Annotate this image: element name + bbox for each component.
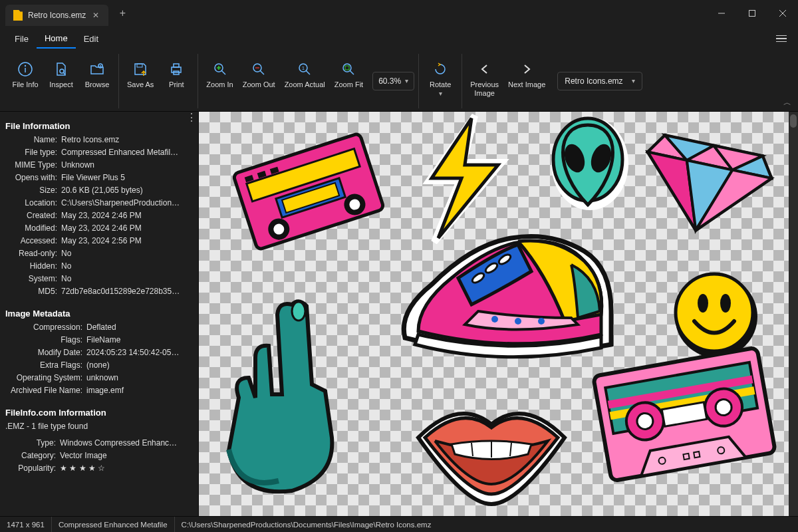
menu-file[interactable]: File — [7, 30, 37, 48]
info-key: Created: — [5, 209, 57, 222]
info-value: File Viewer Plus 5 — [61, 172, 181, 184]
status-file-type: Compressed Enhanced Metafile — [52, 517, 175, 532]
next-image-label: Next Image — [508, 80, 545, 89]
info-row: MIME Type:Unknown — [5, 159, 181, 172]
info-value: unknown — [86, 372, 181, 384]
sidebar: File InformationName:Retro Icons.emzFile… — [0, 112, 198, 516]
file-info-label: File Info — [12, 80, 38, 89]
section-title: FileInfo.com Information — [5, 408, 181, 418]
svg-rect-15 — [174, 64, 179, 67]
previous-image-button[interactable]: Previous Image — [466, 58, 503, 100]
scrollbar-thumb[interactable] — [790, 114, 797, 128]
vertical-scrollbar[interactable] — [789, 112, 798, 516]
info-value: ★ ★ ★ ★ ☆ — [60, 462, 181, 475]
info-panel[interactable]: File InformationName:Retro Icons.emzFile… — [0, 112, 185, 516]
info-icon — [17, 61, 34, 78]
close-tab-icon[interactable]: ✕ — [91, 11, 100, 20]
info-key: Read-only: — [5, 247, 57, 260]
info-key: Operating System: — [5, 372, 82, 384]
info-key: MD5: — [5, 285, 57, 298]
svg-point-67 — [720, 294, 731, 313]
zoom-in-icon — [211, 61, 229, 78]
info-row: Location:C:\Users\SharpenedProductions\D… — [5, 197, 181, 209]
print-button[interactable]: Print — [159, 58, 194, 92]
chevron-down-icon: ▾ — [632, 77, 635, 84]
info-value: No — [61, 260, 181, 273]
save-as-button[interactable]: Save As — [123, 58, 158, 92]
info-key: Category: — [5, 450, 56, 462]
svg-point-5 — [25, 65, 26, 66]
file-selector-value: Retro Icons.emz — [565, 76, 622, 86]
zoom-fit-label: Zoom Fit — [334, 80, 363, 89]
zoom-in-button[interactable]: Zoom In — [202, 58, 237, 92]
info-value: FileName — [86, 334, 181, 346]
panel-more-icon[interactable]: ⋮ — [185, 112, 198, 516]
svg-point-61 — [491, 316, 498, 323]
ribbon-group-zoom: Zoom In Zoom Out 1 Zoom Actual Zoom Fit … — [198, 54, 419, 108]
collapse-ribbon-icon[interactable]: ︿ — [783, 97, 791, 108]
artwork-lips — [398, 391, 585, 511]
info-key: Location: — [5, 197, 57, 209]
zoom-out-icon — [250, 61, 267, 78]
menu-more-icon[interactable] — [771, 29, 791, 49]
menu-edit[interactable]: Edit — [76, 30, 106, 48]
info-row: File type:Compressed Enhanced Metafile (… — [5, 146, 181, 159]
info-value: 2024:05:23 14:50:42-05:00 — [86, 346, 181, 359]
file-info-button[interactable]: File Info — [8, 58, 43, 92]
zoom-actual-label: Zoom Actual — [285, 80, 325, 89]
info-row: Popularity:★ ★ ★ ★ ☆ — [5, 462, 181, 475]
zoom-actual-button[interactable]: 1 Zoom Actual — [281, 58, 329, 92]
info-value: Deflated — [86, 321, 181, 334]
close-window-button[interactable] — [767, 0, 798, 27]
browse-icon — [88, 61, 106, 78]
menu-home[interactable]: Home — [37, 29, 76, 49]
info-row: MD5:72db7e8ac0d15289e2e728b3593682... — [5, 285, 181, 298]
next-image-button[interactable]: Next Image — [504, 58, 549, 92]
info-key: Modify Date: — [5, 346, 82, 359]
info-key: Extra Flags: — [5, 359, 82, 372]
info-value: C:\Users\SharpenedProductions\D... — [61, 197, 181, 209]
zoom-fit-button[interactable]: Zoom Fit — [331, 58, 367, 92]
inspect-button[interactable]: Inspect — [44, 58, 78, 92]
rotate-icon — [432, 61, 449, 78]
info-value: (none) — [86, 359, 181, 372]
minimize-button[interactable] — [706, 0, 737, 27]
info-key: Type: — [5, 437, 56, 450]
info-key: Archived File Name: — [5, 384, 82, 397]
canvas[interactable] — [198, 112, 798, 516]
zoom-out-button[interactable]: Zoom Out — [239, 58, 279, 92]
maximize-button[interactable] — [737, 0, 767, 27]
info-value: Windows Compressed Enhanced ... — [60, 437, 181, 450]
new-tab-button[interactable]: + — [112, 3, 132, 23]
info-key: Modified: — [5, 222, 57, 235]
file-selector-dropdown[interactable]: Retro Icons.emz ▾ — [557, 72, 642, 90]
info-value: May 23, 2024 2:46 PM — [61, 209, 181, 222]
artwork-cassette-tape — [585, 338, 784, 491]
image-preview — [199, 112, 798, 516]
document-tab[interactable]: Retro Icons.emz ✕ — [5, 5, 108, 26]
ribbon-group-output: Save As Print — [119, 54, 198, 108]
info-row: Size:20.6 KB (21,065 bytes) — [5, 184, 181, 197]
info-row: Opens with:File Viewer Plus 5 — [5, 172, 181, 184]
titlebar: Retro Icons.emz ✕ + — [0, 0, 798, 27]
browse-button[interactable]: Browse — [80, 58, 114, 92]
ribbon-group-file: File Info Inspect Browse — [4, 54, 119, 108]
info-row: Flags:FileName — [5, 334, 181, 346]
chevron-down-icon: ▾ — [405, 77, 408, 84]
zoom-level-dropdown[interactable]: 60.3% ▾ — [372, 72, 414, 90]
zoom-level-value: 60.3% — [378, 76, 401, 86]
info-key: System: — [5, 273, 57, 285]
info-key: Opens with: — [5, 172, 57, 184]
info-key: Size: — [5, 184, 57, 197]
info-row: Name:Retro Icons.emz — [5, 134, 181, 146]
rotate-button[interactable]: Rotate▾ — [423, 58, 458, 100]
info-value: No — [61, 273, 181, 285]
section-title: File Information — [5, 121, 181, 131]
info-row: Operating System:unknown — [5, 372, 181, 384]
zoom-actual-icon: 1 — [296, 61, 313, 78]
rotate-label: Rotate▾ — [430, 80, 451, 98]
svg-rect-14 — [172, 67, 181, 72]
status-dimensions: 1471 x 961 — [0, 517, 52, 532]
print-icon — [168, 61, 185, 78]
svg-text:1: 1 — [302, 66, 305, 70]
